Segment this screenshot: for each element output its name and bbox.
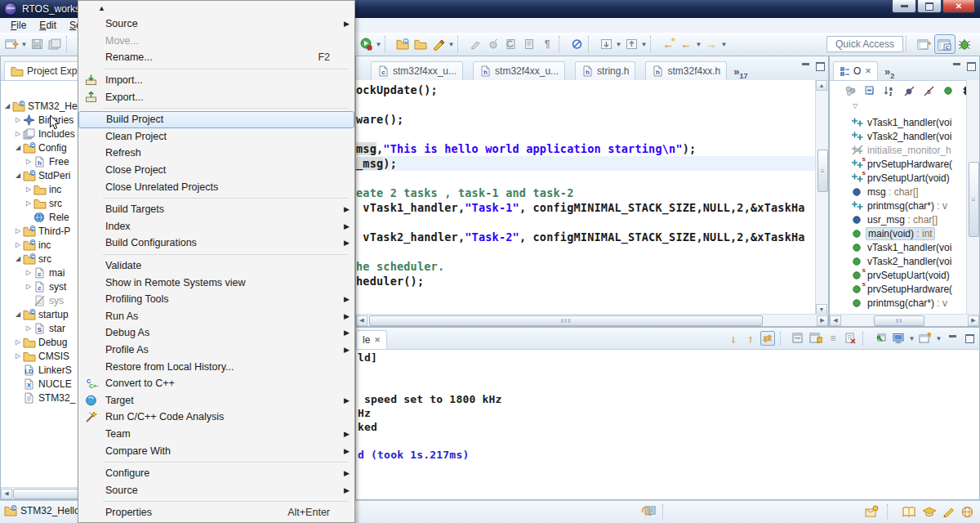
collapsed-arrow-icon[interactable]: ▷ — [13, 116, 23, 123]
outline-item-vtask1-handler-voi[interactable]: vTask1_handler(voi — [830, 240, 967, 254]
menu-item-validate[interactable]: Validate — [78, 257, 354, 275]
format-gray-icon[interactable] — [467, 36, 483, 52]
dropdown-arrow-icon[interactable]: ▼ — [375, 36, 382, 52]
collapsed-arrow-icon[interactable]: ▷ — [13, 241, 23, 248]
code-line[interactable]: he scheduler. — [356, 259, 816, 274]
scroll-down-icon[interactable]: ↓ — [726, 331, 741, 346]
maximize-icon[interactable] — [967, 62, 976, 71]
forward-icon[interactable]: ← — [703, 36, 719, 52]
hide-nonpublic-icon[interactable] — [941, 83, 956, 98]
scroll-right-button[interactable]: ▶ — [817, 315, 828, 326]
scroll-left-button[interactable]: ◀ — [830, 315, 841, 326]
menu-item-move[interactable]: Move... — [78, 33, 354, 50]
view-menu-chevron[interactable]: ▽ — [853, 102, 858, 110]
menu-item-close-project[interactable]: Close Project — [78, 162, 354, 179]
menu-item-build-configurations[interactable]: Build Configurations▶ — [78, 235, 354, 252]
menu-item-show-in-remote-systems-view[interactable]: Show in Remote Systems view — [78, 274, 354, 291]
back-icon[interactable]: ← — [678, 36, 694, 52]
dropdown-arrow-icon[interactable]: ▼ — [935, 330, 942, 346]
editor-tab-string-h[interactable]: hstring.h — [575, 61, 635, 80]
menu-edit[interactable]: Edit — [33, 19, 63, 33]
clear-console-icon[interactable] — [843, 331, 858, 346]
expanded-arrow-icon[interactable]: ◢ — [13, 144, 23, 151]
show-stdout-icon[interactable] — [791, 331, 806, 346]
menu-item-refresh[interactable]: Refresh — [78, 145, 354, 162]
scroll-lock-on-icon[interactable]: ⇄ — [760, 331, 775, 346]
editor-tab-stm32f4xx-u[interactable]: hstm32f4xx_u... — [473, 61, 565, 80]
expanded-arrow-icon[interactable]: ◢ — [13, 255, 23, 262]
outline-vscrollbar[interactable]: ≡ — [966, 80, 979, 315]
code-line[interactable]: vTask2_handler,"Task-2", configMINIMAL_S… — [356, 230, 816, 244]
save-gray-icon[interactable] — [29, 36, 45, 52]
collapsed-arrow-icon[interactable]: ▷ — [13, 227, 23, 235]
quick-access-input[interactable]: Quick Access — [826, 36, 903, 52]
menu-item-convert-to-c[interactable]: CC++Convert to C++ — [78, 375, 354, 392]
editor-vscrollbar[interactable]: ▲ ≡ ▼ — [815, 80, 828, 315]
tab-outline[interactable]: O ✕ — [833, 61, 878, 80]
last-edit-location-icon[interactable]: ←★ — [660, 36, 676, 52]
tab-overflow-chevron[interactable]: »17 — [733, 65, 747, 80]
menu-item-clean-project[interactable]: Clean Project — [78, 128, 354, 145]
outline-item-printmsg-char[interactable]: printmsg(char*) : v — [830, 199, 967, 212]
code-line[interactable]: msg,"This is hello world application sta… — [356, 141, 816, 156]
scroll-right-button[interactable]: ▶ — [968, 315, 979, 326]
web-icon[interactable] — [961, 506, 973, 518]
menu-item-build-project[interactable]: Build Project — [78, 111, 354, 128]
maximize-icon[interactable] — [816, 62, 825, 71]
code-line[interactable] — [356, 171, 816, 186]
dropdown-arrow-icon[interactable]: ▼ — [695, 36, 702, 52]
open-console-icon[interactable] — [918, 331, 933, 346]
open-perspective-icon[interactable] — [915, 35, 934, 53]
outline-item-prvsetuphardware[interactable]: sprvSetupHardware( — [830, 282, 967, 296]
editor-tab-stm32f4xx-u[interactable]: cstm32f4xx_u... — [371, 61, 463, 80]
console-output[interactable]: ld] speed set to 1800 kHzHzked d (took 1… — [358, 351, 502, 462]
scroll-left-button[interactable]: ◀ — [356, 315, 368, 326]
notify-icon[interactable] — [864, 505, 879, 518]
code-line[interactable]: vTask1_handler,"Task-1", configMINIMAL_S… — [356, 200, 816, 215]
outline-item-prvsetupuart-void[interactable]: sprvSetupUart(void) — [830, 268, 967, 282]
focus-icon[interactable] — [843, 83, 858, 98]
collapsed-arrow-icon[interactable]: ▷ — [13, 338, 23, 346]
background-sync-icon[interactable] — [637, 504, 660, 519]
highlighter-icon[interactable] — [430, 36, 447, 52]
menu-item-team[interactable]: Team▶ — [78, 426, 354, 443]
dropdown-arrow-icon[interactable]: ▼ — [640, 36, 648, 52]
mark-occurrences-icon[interactable] — [568, 36, 585, 52]
menu-item-build-targets[interactable]: Build Targets▶ — [78, 201, 354, 218]
min-icon[interactable] — [945, 331, 960, 346]
menu-item-source[interactable]: Source▶ — [78, 481, 354, 498]
perspective-debug-icon[interactable] — [956, 35, 973, 53]
expanded-arrow-icon[interactable]: ◢ — [13, 311, 23, 318]
dropdown-arrow-icon[interactable]: ▼ — [615, 36, 622, 52]
menu-item-target[interactable]: Target▶ — [78, 391, 354, 409]
outline-item-msg[interactable]: msg : char[] — [830, 185, 967, 199]
code-line[interactable]: _msg); — [356, 156, 816, 171]
collapsed-arrow-icon[interactable]: ▷ — [24, 158, 33, 165]
open-folder-icon[interactable] — [412, 36, 429, 52]
menu-item-index[interactable]: Index▶ — [78, 218, 354, 235]
outline-item-vtask2-handler-voi[interactable]: vTask2_handler(voi — [830, 129, 967, 143]
code-line[interactable] — [356, 215, 816, 230]
ball-gray-icon[interactable] — [485, 36, 501, 52]
outline-item-usr-msg[interactable]: usr_msg : char[] — [830, 212, 967, 226]
collapsed-arrow-icon[interactable]: ▷ — [24, 186, 33, 193]
menu-item-profile-as[interactable]: Profile As▶ — [78, 342, 354, 359]
pilcrow-gray-icon[interactable]: ¶ — [539, 36, 555, 52]
pencil-icon[interactable] — [942, 506, 956, 517]
collapsed-arrow-icon[interactable]: ▷ — [24, 283, 33, 290]
menu-item-configure[interactable]: Configure▶ — [78, 465, 354, 482]
cap-icon[interactable] — [922, 506, 937, 517]
display-console-icon[interactable] — [891, 331, 906, 346]
dropdown-arrow-icon[interactable]: ▼ — [448, 36, 455, 52]
doc-gray-icon[interactable] — [521, 36, 537, 52]
outline-item-main-void[interactable]: main(void) : int — [830, 226, 967, 240]
minimize-icon[interactable] — [802, 63, 809, 70]
new-folder-icon[interactable]: + — [394, 36, 411, 52]
menu-scroll-up[interactable]: ▲ — [78, 1, 354, 16]
book-icon[interactable] — [902, 506, 916, 518]
tab-overflow-chevron[interactable]: »2 — [884, 65, 894, 80]
wrap-gray-icon[interactable]: ≡ — [826, 331, 840, 346]
code-editor[interactable]: ockUpdate();ware();msg,"This is hello wo… — [356, 80, 816, 315]
pin-console-icon[interactable] — [874, 331, 889, 346]
collapsed-arrow-icon[interactable]: ▷ — [24, 269, 33, 276]
